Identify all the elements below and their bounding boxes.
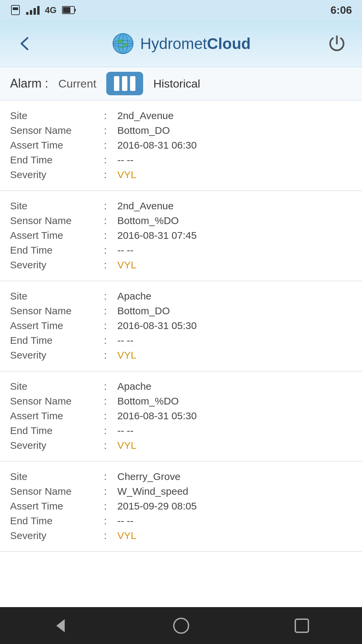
alarm-bar: Alarm : Current Historical	[0, 67, 362, 101]
alarm-site-label: Site	[10, 381, 104, 392]
alarm-row-sensorName: Sensor Name:Bottom_DO	[10, 305, 352, 317]
svg-rect-3	[30, 10, 32, 15]
row-colon: :	[104, 320, 117, 331]
alarm-severity-label: Severity	[10, 440, 104, 451]
alarm-historical-label: Historical	[153, 77, 200, 90]
alarm-sensorName-label: Sensor Name	[10, 305, 104, 317]
nav-recent-button[interactable]	[288, 612, 315, 639]
svg-point-18	[174, 618, 188, 633]
alarm-assertTime-value: 2016-08-31 05:30	[117, 320, 352, 331]
alarm-severity-value: VYL	[117, 530, 352, 541]
alarm-site-value: Apache	[117, 381, 352, 392]
alarm-sensorName-value: W_Wind_speed	[117, 486, 352, 497]
header: HydrometCloud	[0, 20, 362, 67]
row-colon: :	[104, 395, 117, 407]
alarm-row-site: Site:Cherry_Grove	[10, 471, 352, 482]
alarm-row-severity: Severity:VYL	[10, 259, 352, 271]
alarm-sensorName-value: Bottom_DO	[117, 305, 352, 317]
svg-rect-8	[75, 9, 76, 11]
alarm-row-assertTime: Assert Time:2016-08-31 05:30	[10, 320, 352, 331]
alarm-endTime-value: -- --	[117, 515, 352, 527]
nav-home-button[interactable]	[168, 612, 194, 639]
svg-rect-4	[34, 8, 36, 15]
row-colon: :	[104, 350, 117, 361]
alarm-sensorName-label: Sensor Name	[10, 125, 104, 136]
alarm-current-label: Current	[58, 77, 96, 90]
svg-point-16	[120, 46, 123, 49]
alarm-row-site: Site:Apache	[10, 290, 352, 302]
row-colon: :	[104, 515, 117, 527]
alarm-assertTime-label: Assert Time	[10, 410, 104, 422]
alarm-endTime-value: -- --	[117, 425, 352, 436]
alarm-row-severity: Severity:VYL	[10, 440, 352, 451]
power-icon	[327, 34, 347, 54]
back-icon	[17, 35, 34, 52]
alarm-site-label: Site	[10, 471, 104, 482]
row-colon: :	[104, 471, 117, 482]
alarm-row-site: Site:2nd_Avenue	[10, 200, 352, 212]
alarm-site-label: Site	[10, 290, 104, 302]
alarm-sensorName-label: Sensor Name	[10, 215, 104, 226]
alarm-list: Site:2nd_AvenueSensor Name:Bottom_DOAsse…	[0, 101, 362, 607]
svg-point-15	[124, 43, 128, 46]
row-colon: :	[104, 381, 117, 392]
alarm-row-site: Site:2nd_Avenue	[10, 110, 352, 121]
signal-label: 4G	[45, 5, 57, 15]
alarm-row-site: Site:Apache	[10, 381, 352, 392]
alarm-severity-value: VYL	[117, 350, 352, 361]
alarm-assertTime-value: 2015-09-29 08:05	[117, 500, 352, 512]
battery-icon	[62, 5, 76, 15]
alarm-sensorName-value: Bottom_DO	[117, 125, 352, 136]
alarm-site-value: 2nd_Avenue	[117, 200, 352, 212]
bottom-nav	[0, 607, 362, 644]
svg-rect-19	[295, 619, 308, 632]
row-colon: :	[104, 290, 117, 302]
row-colon: :	[104, 215, 117, 226]
row-colon: :	[104, 440, 117, 451]
alarm-sensorName-label: Sensor Name	[10, 486, 104, 497]
alarm-row-severity: Severity:VYL	[10, 350, 352, 361]
logo-globe-icon	[111, 32, 135, 55]
power-button[interactable]	[325, 32, 349, 55]
alarm-row-endTime: End Time:-- --	[10, 515, 352, 527]
alarm-row-severity: Severity:VYL	[10, 530, 352, 541]
alarm-assertTime-label: Assert Time	[10, 230, 104, 241]
alarm-sensorName-value: Bottom_%DO	[117, 395, 352, 407]
row-colon: :	[104, 125, 117, 136]
alarm-row-assertTime: Assert Time:2016-08-31 05:30	[10, 410, 352, 422]
alarm-toggle[interactable]	[106, 72, 143, 95]
alarm-endTime-value: -- --	[117, 154, 352, 166]
svg-rect-2	[26, 12, 28, 15]
alarm-assertTime-label: Assert Time	[10, 500, 104, 512]
status-bar: 4G 6:06	[0, 0, 362, 20]
alarm-row-sensorName: Sensor Name:Bottom_DO	[10, 125, 352, 136]
alarm-sensorName-value: Bottom_%DO	[117, 215, 352, 226]
alarm-endTime-label: End Time	[10, 515, 104, 527]
nav-back-icon	[51, 616, 70, 635]
alarm-sensorName-label: Sensor Name	[10, 395, 104, 407]
alarm-site-value: Apache	[117, 290, 352, 302]
alarm-severity-label: Severity	[10, 169, 104, 180]
alarm-row-assertTime: Assert Time:2015-09-29 08:05	[10, 500, 352, 512]
svg-rect-1	[13, 7, 18, 10]
alarm-row-assertTime: Assert Time:2016-08-31 07:45	[10, 230, 352, 241]
row-colon: :	[104, 410, 117, 422]
row-colon: :	[104, 530, 117, 541]
alarm-severity-value: VYL	[117, 169, 352, 180]
back-button[interactable]	[13, 32, 37, 55]
alarm-endTime-label: End Time	[10, 154, 104, 166]
alarm-severity-value: VYL	[117, 440, 352, 451]
alarm-record: Site:ApacheSensor Name:Bottom_DOAssert T…	[0, 281, 362, 371]
nav-back-button[interactable]	[47, 612, 74, 639]
row-colon: :	[104, 500, 117, 512]
alarm-site-label: Site	[10, 200, 104, 212]
nav-home-icon	[172, 616, 190, 635]
row-colon: :	[104, 169, 117, 180]
alarm-record: Site:2nd_AvenueSensor Name:Bottom_DOAsse…	[0, 101, 362, 191]
row-colon: :	[104, 245, 117, 256]
alarm-site-label: Site	[10, 110, 104, 121]
alarm-assertTime-value: 2016-08-31 07:45	[117, 230, 352, 241]
alarm-site-value: Cherry_Grove	[117, 471, 352, 482]
alarm-label: Alarm :	[10, 76, 48, 91]
alarm-record: Site:ApacheSensor Name:Bottom_%DOAssert …	[0, 371, 362, 462]
